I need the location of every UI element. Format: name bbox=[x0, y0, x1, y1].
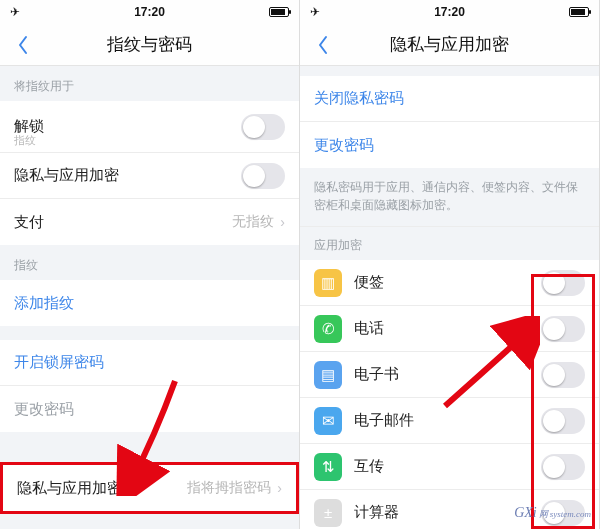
chevron-right-icon: › bbox=[277, 480, 282, 496]
left-content: 将指纹用于 解锁 指纹 隐私与应用加密 支付 无指纹 › 指纹 添加指纹 bbox=[0, 66, 299, 529]
battery-icon bbox=[269, 7, 289, 17]
app-list: ▥便签✆电话▤电子书✉电子邮件⇅互传±计算器☻联系人 bbox=[300, 260, 599, 529]
app-icon: ▤ bbox=[314, 361, 342, 389]
row-close-privacy-password[interactable]: 关闭隐私密码 bbox=[300, 76, 599, 122]
page-title: 指纹与密码 bbox=[107, 33, 192, 56]
toggle-app-encrypt[interactable] bbox=[541, 270, 585, 296]
toggle-app-encrypt[interactable] bbox=[541, 408, 585, 434]
row-unlock[interactable]: 解锁 指纹 bbox=[0, 101, 299, 153]
chevron-left-icon bbox=[17, 35, 29, 55]
app-name-label: 电子邮件 bbox=[354, 411, 541, 430]
app-name-label: 电话 bbox=[354, 319, 541, 338]
app-icon: ▥ bbox=[314, 269, 342, 297]
app-name-label: 互传 bbox=[354, 457, 541, 476]
app-row[interactable]: ⇅互传 bbox=[300, 444, 599, 490]
row-label: 关闭隐私密码 bbox=[314, 89, 585, 108]
row-change-password[interactable]: 更改密码 bbox=[0, 386, 299, 432]
right-phone-screen: ✈︎ 17:20 隐私与应用加密 关闭隐私密码 更改密码 隐私密码用于应用、通信… bbox=[300, 0, 600, 529]
row-add-fingerprint[interactable]: 添加指纹 bbox=[0, 280, 299, 326]
row-label: 解锁 bbox=[14, 117, 241, 136]
airplane-mode-icon: ✈︎ bbox=[10, 5, 20, 19]
row-label: 开启锁屏密码 bbox=[14, 353, 285, 372]
row-sublabel: 指纹 bbox=[14, 133, 36, 148]
row-pay[interactable]: 支付 无指纹 › bbox=[0, 199, 299, 245]
toggle-unlock[interactable] bbox=[241, 114, 285, 140]
app-row[interactable]: ▤电子书 bbox=[300, 352, 599, 398]
row-label: 隐私与应用加密 bbox=[17, 479, 187, 498]
row-enable-lock-password[interactable]: 开启锁屏密码 bbox=[0, 340, 299, 386]
status-time: 17:20 bbox=[434, 5, 465, 19]
status-time: 17:20 bbox=[134, 5, 165, 19]
left-phone-screen: ✈︎ 17:20 指纹与密码 将指纹用于 解锁 指纹 隐私与应用加密 支付 无指… bbox=[0, 0, 300, 529]
app-icon: ✆ bbox=[314, 315, 342, 343]
description-text: 隐私密码用于应用、通信内容、便签内容、文件保密柜和桌面隐藏图标加密。 bbox=[300, 168, 599, 227]
nav-bar: 指纹与密码 bbox=[0, 24, 299, 66]
row-label: 更改密码 bbox=[14, 400, 285, 419]
row-label: 添加指纹 bbox=[14, 294, 285, 313]
section-label-app-encrypt: 应用加密 bbox=[300, 227, 599, 260]
row-label: 更改密码 bbox=[314, 136, 585, 155]
status-bar: ✈︎ 17:20 bbox=[300, 0, 599, 24]
row-label: 隐私与应用加密 bbox=[14, 166, 241, 185]
row-label: 支付 bbox=[14, 213, 232, 232]
app-name-label: 计算器 bbox=[354, 503, 541, 522]
battery-icon bbox=[569, 7, 589, 17]
row-value: 无指纹 bbox=[232, 213, 274, 231]
chevron-right-icon: › bbox=[280, 214, 285, 230]
app-icon: ± bbox=[314, 499, 342, 527]
status-bar: ✈︎ 17:20 bbox=[0, 0, 299, 24]
highlighted-row-group: 隐私与应用加密 指将拇指密码 › bbox=[0, 462, 299, 514]
watermark-main: GXi bbox=[514, 505, 537, 521]
back-button[interactable] bbox=[6, 24, 40, 65]
right-content: 关闭隐私密码 更改密码 隐私密码用于应用、通信内容、便签内容、文件保密柜和桌面隐… bbox=[300, 66, 599, 529]
app-row[interactable]: ✆电话 bbox=[300, 306, 599, 352]
page-title: 隐私与应用加密 bbox=[390, 33, 509, 56]
row-privacy-app-encrypt-bottom[interactable]: 隐私与应用加密 指将拇指密码 › bbox=[3, 465, 296, 511]
app-icon: ⇅ bbox=[314, 453, 342, 481]
watermark: GXi网 system.com bbox=[514, 505, 591, 521]
toggle-app-encrypt[interactable] bbox=[541, 316, 585, 342]
section-label-fingerprint: 指纹 bbox=[0, 245, 299, 280]
row-privacy-app-encrypt[interactable]: 隐私与应用加密 bbox=[0, 153, 299, 199]
toggle-app-encrypt[interactable] bbox=[541, 362, 585, 388]
airplane-mode-icon: ✈︎ bbox=[310, 5, 320, 19]
chevron-left-icon bbox=[317, 35, 329, 55]
app-row[interactable]: ✉电子邮件 bbox=[300, 398, 599, 444]
watermark-sub: system.com bbox=[550, 509, 591, 519]
app-name-label: 便签 bbox=[354, 273, 541, 292]
row-change-password[interactable]: 更改密码 bbox=[300, 122, 599, 168]
back-button[interactable] bbox=[306, 24, 340, 65]
toggle-app-encrypt[interactable] bbox=[541, 454, 585, 480]
app-icon: ✉ bbox=[314, 407, 342, 435]
app-row[interactable]: ▥便签 bbox=[300, 260, 599, 306]
row-value: 指将拇指密码 bbox=[187, 479, 271, 497]
section-label-use-for: 将指纹用于 bbox=[0, 66, 299, 101]
toggle-privacy[interactable] bbox=[241, 163, 285, 189]
app-name-label: 电子书 bbox=[354, 365, 541, 384]
nav-bar: 隐私与应用加密 bbox=[300, 24, 599, 66]
